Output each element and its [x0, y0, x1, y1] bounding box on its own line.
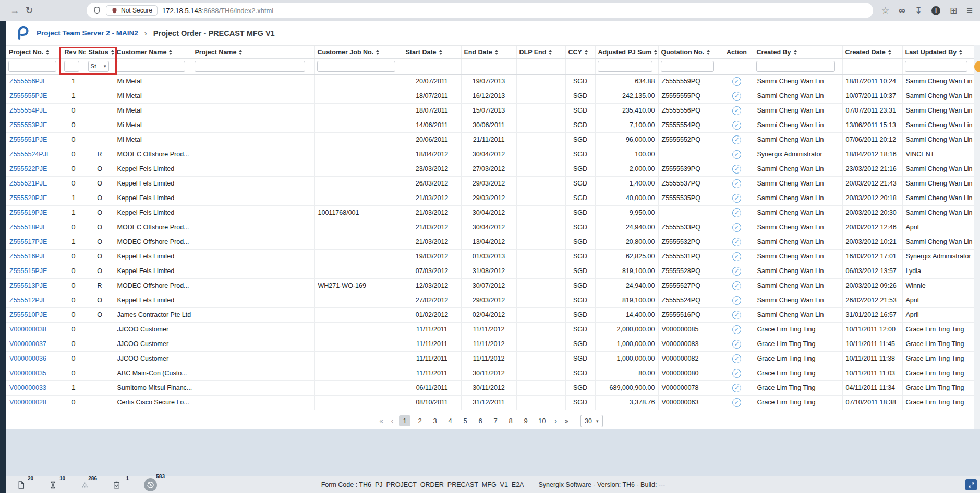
- approve-action-icon[interactable]: ✓: [732, 267, 741, 276]
- url-bar[interactable]: Not Secure 172.18.5.143:8688/TH6/index2.…: [87, 3, 873, 18]
- infinity-extension-icon[interactable]: ∞: [899, 5, 905, 16]
- column-header-start_date[interactable]: Start Date: [403, 46, 461, 58]
- approve-action-icon[interactable]: ✓: [732, 150, 741, 159]
- project-no-link[interactable]: Z555521PJE: [9, 180, 47, 187]
- filter-input-customer_job_no[interactable]: [317, 61, 395, 72]
- filter-select-status[interactable]: St▾: [88, 61, 109, 72]
- column-header-adjusted_pj_sum[interactable]: Adjusted PJ Sum: [595, 46, 658, 58]
- filter-input-adjusted_pj_sum[interactable]: [598, 61, 652, 72]
- filter-input-rev_no[interactable]: [64, 61, 80, 72]
- sort-icon[interactable]: [169, 50, 172, 55]
- project-no-link[interactable]: V000000033: [9, 384, 46, 391]
- download-icon[interactable]: ↧: [915, 5, 922, 16]
- approve-action-icon[interactable]: ✓: [732, 325, 741, 334]
- approve-action-icon[interactable]: ✓: [732, 135, 741, 144]
- filter-input-project_name[interactable]: [195, 61, 305, 72]
- project-no-link[interactable]: Z555554PJE: [9, 107, 47, 114]
- approve-action-icon[interactable]: ✓: [732, 106, 741, 115]
- project-no-link[interactable]: Z555519PJE: [9, 209, 47, 216]
- pagination-page-9[interactable]: 9: [520, 415, 531, 426]
- column-header-customer_name[interactable]: Customer Name: [114, 46, 192, 58]
- approve-action-icon[interactable]: ✓: [732, 281, 741, 290]
- project-no-link[interactable]: V000000028: [9, 399, 46, 406]
- column-header-created_by[interactable]: Created By: [754, 46, 842, 58]
- sort-icon[interactable]: [959, 50, 962, 55]
- breadcrumb-root-link[interactable]: Project Team Server 2 - MAIN2: [37, 29, 138, 37]
- approve-action-icon[interactable]: ✓: [732, 252, 741, 261]
- pagination-page-3[interactable]: 3: [429, 415, 441, 426]
- project-no-link[interactable]: Z555515PJE: [9, 267, 47, 275]
- project-no-link[interactable]: Z555513PJE: [9, 282, 47, 289]
- expand-button[interactable]: [965, 479, 977, 490]
- approve-action-icon[interactable]: ✓: [732, 369, 741, 378]
- bookmark-star-icon[interactable]: ☆: [881, 5, 889, 16]
- column-header-project_name[interactable]: Project Name: [192, 46, 314, 58]
- project-no-link[interactable]: Z555551PJE: [9, 136, 47, 143]
- vertical-scrollbar[interactable]: [974, 45, 980, 429]
- approve-action-icon[interactable]: ✓: [732, 311, 741, 319]
- reload-icon[interactable]: ↻: [22, 5, 37, 16]
- sort-icon[interactable]: [707, 50, 710, 55]
- sort-icon[interactable]: [794, 50, 797, 55]
- sort-icon[interactable]: [46, 50, 49, 55]
- project-no-link[interactable]: V000000037: [9, 340, 46, 348]
- pagination-page-5[interactable]: 5: [459, 415, 471, 426]
- project-no-link[interactable]: Z5555524PJE: [9, 151, 51, 158]
- approve-action-icon[interactable]: ✓: [732, 398, 741, 407]
- filter-input-last_updated_by[interactable]: [905, 61, 967, 72]
- column-header-ccy[interactable]: CCY: [565, 46, 595, 58]
- project-no-link[interactable]: Z555510PJE: [9, 311, 47, 318]
- approve-action-icon[interactable]: ✓: [732, 223, 741, 232]
- extensions-icon[interactable]: ⊞: [950, 5, 957, 16]
- pagination-prev[interactable]: ‹: [389, 415, 395, 426]
- pagination-page-1[interactable]: 1: [399, 415, 410, 426]
- approve-action-icon[interactable]: ✓: [732, 354, 741, 363]
- pagination-first[interactable]: «: [377, 415, 385, 426]
- approve-action-icon[interactable]: ✓: [732, 179, 741, 188]
- project-no-link[interactable]: Z555553PJE: [9, 121, 47, 129]
- pagination-page-10[interactable]: 10: [535, 415, 549, 426]
- cutoff-yellow-button[interactable]: [974, 61, 980, 72]
- filter-input-customer_name[interactable]: [116, 61, 186, 72]
- project-no-link[interactable]: V000000036: [9, 355, 46, 362]
- sort-icon[interactable]: [549, 50, 552, 55]
- project-no-link[interactable]: Z555512PJE: [9, 297, 47, 304]
- filter-input-quotation_no[interactable]: [661, 61, 714, 72]
- approve-action-icon[interactable]: ✓: [732, 92, 741, 101]
- filter-input-created_by[interactable]: [756, 61, 835, 72]
- project-no-link[interactable]: V000000038: [9, 326, 46, 333]
- column-header-customer_job_no[interactable]: Customer Job No.: [314, 46, 403, 58]
- filter-input-project_no[interactable]: [8, 61, 56, 72]
- column-header-project_no[interactable]: Project No.: [6, 46, 62, 58]
- approve-action-icon[interactable]: ✓: [732, 194, 741, 203]
- pagination-next[interactable]: ›: [553, 415, 559, 426]
- sort-icon[interactable]: [888, 50, 891, 55]
- grid-dots-tool-button[interactable]: 286: [80, 480, 89, 489]
- sort-icon[interactable]: [111, 50, 114, 55]
- forward-icon[interactable]: →: [7, 5, 22, 16]
- project-no-link[interactable]: Z555520PJE: [9, 194, 47, 202]
- not-secure-chip[interactable]: Not Secure: [106, 5, 158, 16]
- document-tool-button[interactable]: 20: [17, 480, 26, 489]
- clipboard-tool-button[interactable]: 1: [112, 480, 121, 489]
- approve-action-icon[interactable]: ✓: [732, 208, 741, 217]
- project-no-link[interactable]: Z555518PJE: [9, 224, 47, 231]
- column-header-quotation_no[interactable]: Quotation No.: [658, 46, 720, 58]
- sort-icon[interactable]: [495, 50, 498, 55]
- column-header-created_date[interactable]: Created Date: [842, 46, 902, 58]
- sort-icon[interactable]: [654, 50, 657, 55]
- info-icon[interactable]: i: [931, 6, 940, 15]
- approve-action-icon[interactable]: ✓: [732, 165, 741, 174]
- pagination-page-7[interactable]: 7: [490, 415, 501, 426]
- approve-action-icon[interactable]: ✓: [732, 384, 741, 392]
- approve-action-icon[interactable]: ✓: [732, 121, 741, 130]
- project-no-link[interactable]: Z555555PJE: [9, 92, 47, 100]
- page-size-select[interactable]: 30▾: [580, 415, 602, 427]
- menu-icon[interactable]: ≡: [966, 5, 973, 17]
- history-tool-button[interactable]: 583: [144, 478, 157, 491]
- hourglass-tool-button[interactable]: 10: [49, 480, 57, 489]
- pagination-page-8[interactable]: 8: [505, 415, 516, 426]
- project-no-link[interactable]: Z555522PJE: [9, 165, 47, 172]
- sort-icon[interactable]: [439, 50, 442, 55]
- pagination-page-2[interactable]: 2: [414, 415, 426, 426]
